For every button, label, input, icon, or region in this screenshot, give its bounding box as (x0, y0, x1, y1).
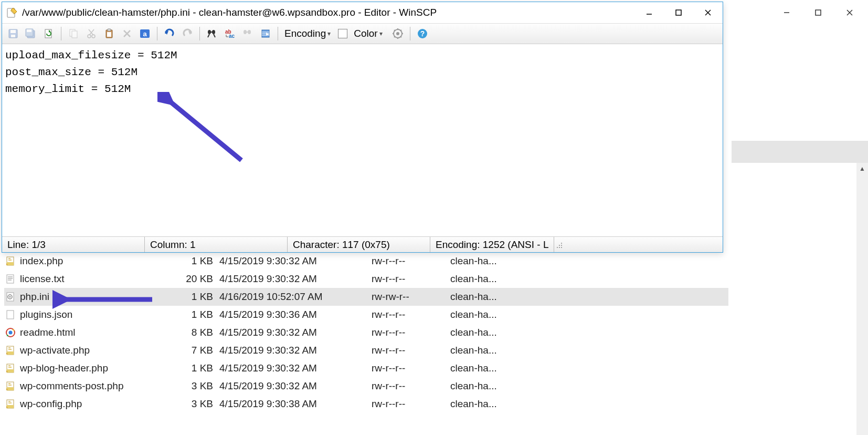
chevron-down-icon: ▾ (327, 30, 331, 37)
editor-close-button[interactable] (693, 2, 723, 23)
color-dropdown[interactable]: Color▾ (352, 28, 387, 39)
save-button[interactable] (5, 26, 21, 42)
parent-maximize-button[interactable] (802, 2, 834, 23)
svg-rect-58 (246, 32, 248, 33)
file-icon (4, 273, 17, 285)
file-size: 1 KB (156, 309, 219, 320)
file-date: 4/15/2019 9:30:32 AM (219, 345, 372, 356)
redo-button[interactable] (179, 26, 195, 42)
parent-minimize-button[interactable] (771, 2, 802, 23)
svg-point-80 (561, 247, 562, 248)
table-row[interactable]: license.txt20 KB4/15/2019 9:30:32 AMrw-r… (4, 270, 728, 288)
file-owner: clean-ha... (450, 327, 529, 338)
editor-app-icon (6, 7, 18, 18)
file-icon (4, 326, 17, 339)
svg-point-79 (559, 247, 560, 248)
svg-line-72 (400, 30, 401, 31)
file-list[interactable]: index.php1 KB4/15/2019 9:30:32 AMrw-r--r… (4, 252, 728, 413)
editor-text-area[interactable]: upload_max_filesize = 512M post_max_size… (2, 44, 723, 236)
encoding-label: Encoding (284, 28, 326, 39)
file-date: 4/15/2019 9:30:32 AM (219, 380, 372, 392)
file-size: 1 KB (156, 362, 219, 374)
editor-titlebar[interactable]: /var/www/public/clean-hamster/php.ini - … (2, 2, 723, 23)
svg-line-52 (208, 34, 209, 37)
svg-point-75 (561, 243, 562, 244)
file-icon (4, 362, 17, 375)
file-size: 1 KB (156, 255, 219, 267)
scroll-up-icon[interactable]: ▲ (856, 163, 868, 174)
file-name: readme.html (20, 327, 156, 338)
svg-text:ac: ac (229, 33, 235, 39)
svg-line-71 (394, 36, 395, 37)
editor-maximize-button[interactable] (664, 2, 693, 23)
status-character: Character: 117 (0x75) (288, 237, 430, 252)
svg-rect-1 (816, 10, 821, 15)
reload-button[interactable] (41, 26, 57, 42)
undo-button[interactable] (162, 26, 177, 42)
status-line: Line: 1/3 (2, 237, 145, 252)
parent-titlebar (771, 0, 868, 25)
file-name: license.txt (20, 273, 156, 285)
find-button[interactable] (204, 26, 220, 42)
table-row[interactable]: wp-config.php3 KB4/15/2019 9:30:38 AMrw-… (4, 395, 728, 413)
save-all-button[interactable] (23, 26, 39, 42)
replace-button[interactable]: abac (222, 26, 238, 42)
table-row[interactable]: wp-activate.php7 KB4/15/2019 9:30:32 AMr… (4, 341, 728, 359)
svg-rect-19 (7, 369, 14, 372)
svg-line-27 (705, 10, 711, 15)
file-name: plugins.json (20, 309, 156, 320)
editor-toolbar: a abac Encoding▾ Color▾ ? (2, 23, 723, 44)
find-next-button[interactable] (240, 26, 256, 42)
file-icon (4, 344, 17, 357)
status-column: Column: 1 (145, 237, 288, 252)
delete-button[interactable] (119, 26, 135, 42)
svg-rect-34 (27, 29, 31, 32)
parent-scrollbar[interactable]: ▲ (856, 163, 868, 435)
table-row[interactable]: wp-blog-header.php1 KB4/15/2019 9:30:32 … (4, 359, 728, 377)
select-all-button[interactable]: a (137, 26, 153, 42)
file-icon (4, 398, 17, 410)
paste-button[interactable] (101, 26, 117, 42)
svg-line-69 (394, 30, 395, 31)
table-row[interactable]: php.ini1 KB4/16/2019 10:52:07 AMrw-rw-r-… (4, 288, 728, 306)
file-permissions: rw-r--r-- (372, 345, 450, 356)
encoding-dropdown[interactable]: Encoding▾ (282, 28, 336, 39)
editor-title: /var/www/public/clean-hamster/php.ini - … (22, 7, 634, 18)
help-button[interactable]: ? (415, 26, 430, 42)
file-icon (4, 308, 17, 321)
table-row[interactable]: plugins.json1 KB4/15/2019 9:30:36 AMrw-r… (4, 306, 728, 324)
settings-button[interactable] (390, 26, 406, 42)
svg-point-77 (561, 245, 562, 246)
color-checkbox[interactable] (338, 29, 347, 38)
file-size: 3 KB (156, 380, 219, 392)
resize-grip-icon[interactable] (554, 240, 564, 250)
file-name: php.ini (20, 291, 156, 303)
editor-minimize-button[interactable] (634, 2, 664, 23)
cut-button[interactable] (83, 26, 99, 42)
svg-rect-44 (107, 32, 111, 37)
file-date: 4/16/2019 10:52:07 AM (219, 291, 372, 303)
svg-point-15 (9, 331, 13, 335)
table-row[interactable]: wp-comments-post.php3 KB4/15/2019 9:30:3… (4, 377, 728, 395)
file-owner: clean-ha... (450, 309, 529, 320)
file-owner: clean-ha... (450, 398, 529, 410)
toolbar-separator (157, 27, 157, 40)
file-date: 4/15/2019 9:30:32 AM (219, 255, 372, 267)
svg-rect-6 (7, 275, 14, 283)
table-row[interactable]: index.php1 KB4/15/2019 9:30:32 AMrw-r--r… (4, 252, 728, 270)
table-row[interactable]: readme.html8 KB4/15/2019 9:30:32 AMrw-r-… (4, 324, 728, 341)
color-label: Color (354, 28, 377, 39)
toolbar-separator (410, 27, 410, 40)
parent-close-button[interactable] (834, 2, 865, 23)
file-icon (4, 255, 17, 267)
file-name: wp-activate.php (20, 345, 156, 356)
svg-point-76 (559, 245, 560, 246)
toolbar-separator (61, 27, 61, 40)
file-owner: clean-ha... (450, 273, 529, 285)
copy-button[interactable] (66, 26, 81, 42)
svg-rect-13 (7, 310, 14, 319)
goto-button[interactable] (258, 26, 273, 42)
file-size: 1 KB (156, 291, 219, 303)
svg-rect-5 (7, 262, 14, 265)
file-permissions: rw-r--r-- (372, 327, 450, 338)
